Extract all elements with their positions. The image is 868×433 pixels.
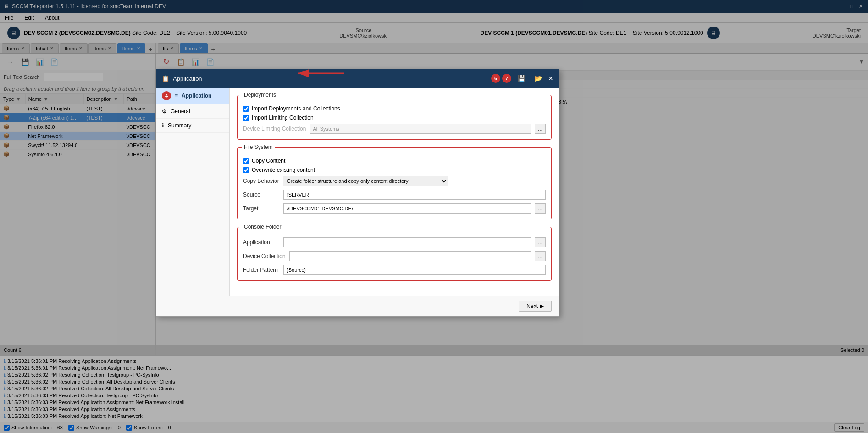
sidebar-item-general[interactable]: ⚙ General	[156, 104, 229, 119]
import-deployments-row: Import Deployments and Collections	[243, 105, 546, 112]
file-system-section: File System Copy Content Overwrite exist…	[237, 147, 552, 219]
overwrite-row: Overwrite existing content	[243, 167, 546, 173]
dialog-footer: Next ▶	[156, 296, 559, 316]
device-collection-row: Device Collection …	[243, 251, 546, 261]
dialog-title-left: 📋 Application	[162, 75, 202, 82]
application-input[interactable]	[283, 237, 531, 247]
console-folder-title: Console Folder	[242, 224, 283, 230]
sidebar-item-application[interactable]: 4 ≡ Application	[156, 88, 229, 104]
dialog-title-bar: 📋 Application 6 7 💾 📂 ✕	[156, 69, 559, 88]
copy-content-label: Copy Content	[252, 158, 285, 164]
folder-pattern-row: Folder Pattern	[243, 265, 546, 275]
device-collection-label: Device Collection	[243, 253, 286, 259]
overwrite-label: Overwrite existing content	[252, 167, 315, 173]
source-label: Source	[243, 192, 280, 198]
dialog-content: 4 ≡ Application ⚙ General ℹ Summary Depl…	[156, 88, 559, 296]
dialog-title-controls: 6 7 💾 📂 ✕	[491, 72, 553, 85]
device-limiting-label: Device Limiting Collection	[243, 126, 306, 132]
sidebar-label-application: ≡	[175, 93, 178, 99]
dialog-badges: 6 7	[491, 74, 511, 83]
console-folder-section: Console Folder Application … Device Coll…	[237, 227, 552, 281]
dialog-main: Deployments Import Deployments and Colle…	[230, 88, 559, 296]
folder-pattern-input[interactable]	[283, 265, 546, 275]
dialog-save-btn[interactable]: 💾	[515, 72, 528, 85]
application-row: Application …	[243, 237, 546, 247]
dialog-sidebar: 4 ≡ Application ⚙ General ℹ Summary	[156, 88, 230, 296]
copy-behavior-label: Copy Behavior	[243, 178, 279, 184]
application-browse[interactable]: …	[535, 237, 546, 247]
source-input[interactable]	[283, 190, 546, 200]
dialog-title: Application	[173, 75, 202, 82]
import-deployments-label: Import Deployments and Collections	[252, 105, 340, 112]
import-limiting-checkbox[interactable]	[243, 115, 249, 121]
badge-4: 4	[162, 91, 171, 100]
import-limiting-label: Import Limiting Collection	[252, 115, 314, 121]
device-collection-browse[interactable]: …	[535, 251, 546, 261]
copy-behavior-row: Copy Behavior Create folder structure an…	[243, 176, 546, 186]
dialog-close-btn[interactable]: ✕	[548, 75, 553, 82]
device-limiting-input[interactable]	[310, 124, 531, 134]
deployments-title: Deployments	[242, 92, 278, 98]
sidebar-text-summary: Summary	[168, 122, 191, 129]
overwrite-checkbox[interactable]	[243, 167, 249, 173]
copy-content-checkbox[interactable]	[243, 158, 249, 164]
deployments-section: Deployments Import Deployments and Colle…	[237, 95, 552, 140]
file-system-title: File System	[242, 144, 275, 150]
dialog-load-btn[interactable]: 📂	[531, 72, 544, 85]
device-limiting-browse[interactable]: …	[535, 124, 546, 134]
dialog-overlay: 📋 Application 6 7 💾 📂 ✕ 4 ≡	[0, 0, 868, 433]
badge-7: 7	[502, 74, 511, 83]
sidebar-text-general: General	[171, 108, 190, 115]
target-label: Target	[243, 205, 280, 212]
copy-behavior-select[interactable]: Create folder structure and copy only co…	[283, 176, 448, 186]
sidebar-icon-general: ⚙	[162, 108, 167, 115]
device-collection-input[interactable]	[289, 251, 531, 261]
sidebar-text-application: Application	[182, 93, 211, 99]
application-label: Application	[243, 239, 280, 246]
target-browse[interactable]: …	[535, 203, 546, 214]
next-button[interactable]: Next ▶	[519, 301, 552, 312]
folder-pattern-label: Folder Pattern	[243, 267, 280, 273]
source-row: Source	[243, 190, 546, 200]
target-row: Target …	[243, 203, 546, 214]
copy-content-row: Copy Content	[243, 158, 546, 164]
badge-6: 6	[491, 74, 500, 83]
import-limiting-row: Import Limiting Collection	[243, 115, 546, 121]
target-input[interactable]	[283, 203, 531, 214]
sidebar-icon-summary: ℹ	[162, 122, 164, 129]
dialog: 📋 Application 6 7 💾 📂 ✕ 4 ≡	[156, 69, 559, 317]
import-deployments-checkbox[interactable]	[243, 106, 249, 112]
device-limiting-row: Device Limiting Collection …	[243, 124, 546, 134]
dialog-title-icon: 📋	[162, 75, 169, 82]
sidebar-item-summary[interactable]: ℹ Summary	[156, 119, 229, 133]
